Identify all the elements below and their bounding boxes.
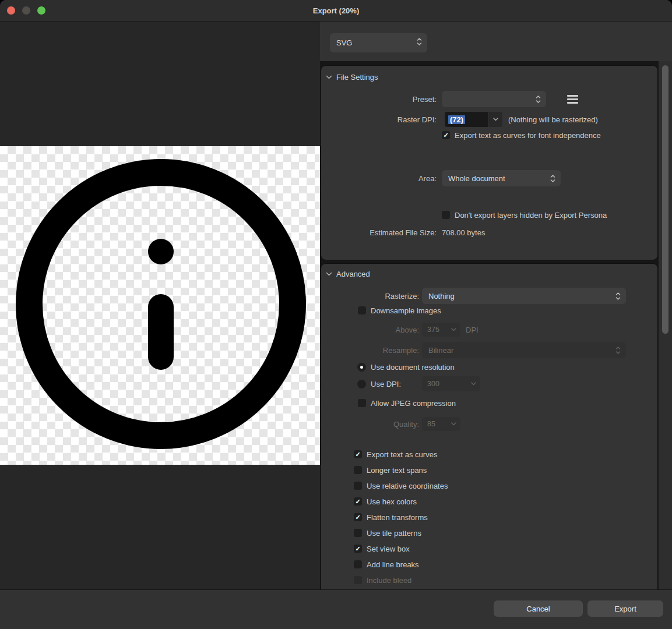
use-dpi-select: 300 xyxy=(422,376,480,391)
use-document-resolution-label[interactable]: Use document resolution xyxy=(371,363,455,372)
preview-info-icon xyxy=(0,146,320,465)
dont-export-hidden-label[interactable]: Don't export layers hidden by Export Per… xyxy=(455,211,607,220)
chevron-down-icon xyxy=(493,118,498,121)
export-dialog: Export (20%) SVG File Settings xyxy=(0,0,672,629)
export-text-as-curves-checkbox[interactable]: ✓ xyxy=(354,450,362,458)
preset-menu-icon[interactable] xyxy=(567,95,578,104)
quality-select: 85 xyxy=(422,417,460,431)
use-tile-patterns-checkbox[interactable]: ✓ xyxy=(354,529,362,537)
section-title: Advanced xyxy=(336,270,370,278)
rasterize-label: Rasterize: xyxy=(321,292,419,301)
option-label[interactable]: Longer text spans xyxy=(367,466,427,475)
use-relative-coordinates-checkbox[interactable]: ✓ xyxy=(354,482,362,490)
file-settings-section: File Settings Preset: Raster DPI: (72) ( xyxy=(321,65,658,260)
allow-jpeg-compression-label[interactable]: Allow JPEG compression xyxy=(371,399,456,408)
scrollbar-track[interactable] xyxy=(659,61,672,589)
include-bleed-checkbox: ✓ xyxy=(354,576,362,584)
chevron-down-icon xyxy=(451,328,456,331)
chevron-updown-icon xyxy=(615,292,621,301)
longer-text-spans-checkbox[interactable]: ✓ xyxy=(354,466,362,474)
file-settings-header[interactable]: File Settings xyxy=(326,70,378,83)
dialog-footer: Cancel Export xyxy=(0,589,672,629)
preset-select[interactable] xyxy=(442,91,546,107)
resample-label: Resample: xyxy=(321,346,419,355)
quality-value: 85 xyxy=(427,420,435,428)
use-dpi-radio[interactable] xyxy=(357,380,366,388)
estimated-size-label: Estimated File Size: xyxy=(321,228,437,237)
cancel-button[interactable]: Cancel xyxy=(494,600,583,617)
use-hex-colors-checkbox[interactable]: ✓ xyxy=(354,497,362,506)
chevron-updown-icon xyxy=(536,95,541,104)
option-label[interactable]: Use relative coordinates xyxy=(367,482,448,490)
raster-dpi-input[interactable]: (72) xyxy=(445,112,488,127)
format-strip: SVG xyxy=(320,22,672,61)
section-collapse-icon xyxy=(326,75,332,79)
rasterize-select[interactable]: Nothing xyxy=(422,288,626,304)
advanced-header[interactable]: Advanced xyxy=(326,267,370,280)
estimated-size-value: 708.00 bytes xyxy=(442,228,485,237)
option-label[interactable]: Flatten transforms xyxy=(367,513,428,522)
window-title: Export (20%) xyxy=(0,0,672,22)
above-dpi-suffix: DPI xyxy=(466,326,479,334)
scrollbar-thumb[interactable] xyxy=(662,65,669,334)
use-dpi-label[interactable]: Use DPI: xyxy=(371,380,401,388)
zoom-window-button[interactable] xyxy=(37,6,45,15)
format-select[interactable]: SVG xyxy=(330,33,427,52)
flatten-transforms-checkbox[interactable]: ✓ xyxy=(354,513,362,521)
export-options-pane: SVG File Settings Preset: Raste xyxy=(320,22,672,589)
section-collapse-icon xyxy=(326,272,332,276)
raster-dpi-selected-text: (72) xyxy=(448,115,465,124)
rasterize-select-value: Nothing xyxy=(428,292,455,301)
resample-select: Bilinear xyxy=(422,342,626,358)
above-label: Above: xyxy=(321,326,419,334)
use-dpi-value: 300 xyxy=(427,380,439,388)
area-select[interactable]: Whole document xyxy=(442,170,561,186)
chevron-updown-icon xyxy=(550,174,555,183)
option-label[interactable]: Set view box xyxy=(367,545,410,553)
set-view-box-checkbox[interactable]: ✓ xyxy=(354,545,362,553)
raster-dpi-label: Raster DPI: xyxy=(321,115,437,124)
chevron-updown-icon xyxy=(615,346,621,355)
option-label[interactable]: Add line breaks xyxy=(367,560,419,569)
option-label[interactable]: Export text as curves xyxy=(367,450,437,459)
use-document-resolution-radio[interactable] xyxy=(357,363,366,372)
option-label[interactable]: Use hex colors xyxy=(367,497,417,506)
format-select-value: SVG xyxy=(336,38,352,47)
option-label[interactable]: Use tile patterns xyxy=(367,529,421,538)
downsample-images-checkbox[interactable]: ✓ xyxy=(358,306,366,314)
section-title: File Settings xyxy=(336,73,378,82)
downsample-images-label[interactable]: Downsample images xyxy=(371,306,441,315)
export-button[interactable]: Export xyxy=(587,600,663,617)
add-line-breaks-checkbox[interactable]: ✓ xyxy=(354,560,362,568)
option-label: Include bleed xyxy=(367,576,411,585)
preset-label: Preset: xyxy=(321,95,437,104)
above-dpi-select: 375 xyxy=(422,323,460,337)
area-label: Area: xyxy=(321,174,437,183)
quality-label: Quality: xyxy=(321,420,419,429)
minimize-window-button xyxy=(22,6,30,15)
raster-dpi-dropdown-button[interactable] xyxy=(489,112,502,127)
export-curves-font-label[interactable]: Export text as curves for font independe… xyxy=(455,131,601,140)
chevron-down-icon xyxy=(471,382,476,386)
close-window-button[interactable] xyxy=(7,6,15,15)
allow-jpeg-compression-checkbox[interactable]: ✓ xyxy=(358,399,366,407)
transparency-checkerboard xyxy=(0,146,320,465)
resample-select-value: Bilinear xyxy=(428,346,453,355)
above-dpi-value: 375 xyxy=(427,326,439,334)
advanced-section: Advanced Rasterize: Nothing ✓ Downsample… xyxy=(321,263,658,589)
area-select-value: Whole document xyxy=(448,174,505,183)
export-preview-area xyxy=(0,22,320,589)
chevron-updown-icon xyxy=(417,37,422,46)
raster-dpi-note: (Nothing will be rasterized) xyxy=(508,115,598,124)
chevron-down-icon xyxy=(451,422,456,426)
title-bar: Export (20%) xyxy=(0,0,672,22)
export-curves-font-checkbox[interactable]: ✓ xyxy=(442,131,450,139)
dont-export-hidden-checkbox[interactable]: ✓ xyxy=(442,211,450,219)
